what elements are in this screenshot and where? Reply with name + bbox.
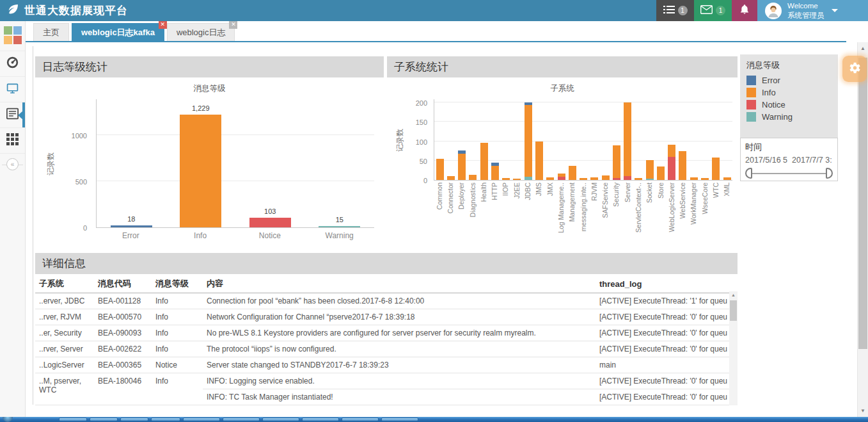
stacked-bar[interactable] [679,151,686,180]
stacked-bar[interactable] [458,150,466,180]
start-button[interactable] [3,417,13,422]
tab-home[interactable]: 主页 [33,23,69,41]
table-scrollbar-thumb[interactable] [730,300,737,321]
app-title: 世通大数据展现平台 [24,3,128,18]
stacked-bar[interactable] [502,178,510,180]
bar-error[interactable] [111,225,152,227]
stacked-bar[interactable] [480,143,488,180]
x-category-label: Connector [446,183,454,213]
stacked-bar[interactable] [590,177,598,180]
legend-item-notice[interactable]: Notice [746,100,832,110]
tab-weblogic-kafka[interactable]: weblogic日志kafka ✕ [72,23,164,41]
user-menu[interactable]: Welcome 系统管理员 [757,0,851,21]
taskbar-window-button[interactable] [90,418,118,421]
stacked-bar[interactable] [712,158,720,180]
table-scrollbar[interactable]: ▲ [729,291,738,405]
taskbar-window-button[interactable] [302,418,339,421]
bar-info[interactable] [180,115,221,227]
bar-warning[interactable] [319,226,360,228]
taskbar-window-button[interactable] [342,418,379,421]
table-row[interactable]: ..LogicServerBEA-000365NoticeServer stat… [35,357,729,373]
stacked-bar[interactable] [690,177,698,180]
close-icon[interactable]: ✕ [229,20,237,29]
settings-button[interactable] [842,56,867,82]
table-row[interactable]: ..erver, JDBCBEA-001128InfoConnection fo… [35,293,729,309]
stacked-bar[interactable] [580,178,587,180]
stacked-bar[interactable] [535,142,543,180]
task-list-button[interactable]: 1 [656,0,694,21]
stacked-bar[interactable] [701,178,709,180]
stacked-bar[interactable] [624,102,631,180]
taskbar-window-button[interactable] [59,418,87,421]
scroll-up-icon[interactable]: ▲ [729,291,738,299]
x-category-label: Health [480,183,487,202]
sidebar-item-reports[interactable] [0,102,25,127]
stacked-bar[interactable] [525,102,532,180]
close-icon[interactable]: ✕ [159,20,167,29]
logo-square-orange [4,36,12,44]
stacked-bar[interactable] [569,166,576,180]
table-header-cell[interactable]: thread_log [596,274,729,293]
x-category-label: WebService [679,183,686,218]
table-cell: [ACTIVE] ExecuteThread: '0' for queu [596,373,729,389]
logo-grid-icon[interactable] [4,26,22,44]
legend-item-warning[interactable]: Warning [746,112,832,122]
table-cell: [ACTIVE] ExecuteThread: '0' for queu [596,389,729,405]
table-row[interactable]: ..M, pserver, WTCBEA-180046InfoINFO: Log… [35,373,729,389]
table-header-cell[interactable]: 内容 [203,274,596,293]
welcome-label: Welcome [787,2,818,10]
notifications-button[interactable] [732,0,757,21]
table-row[interactable]: ..er, SecurityBEA-090093InfoNo pre-WLS 8… [35,325,729,341]
taskbar-window-button[interactable] [151,418,180,421]
table-cell: ..M, pserver, WTC [35,373,94,405]
stacked-bar[interactable] [447,176,455,180]
table-header-cell[interactable]: 消息等级 [152,274,203,293]
taskbar-window-button[interactable] [183,418,220,421]
panel-title: 详细信息 [35,253,738,274]
sidebar-collapse-button[interactable]: « [0,153,25,175]
taskbar-window-button[interactable] [223,418,260,421]
stacked-bar[interactable] [491,163,499,180]
stacked-bar[interactable] [646,160,654,180]
stacked-bar[interactable] [635,178,642,180]
legend-item-error[interactable]: Error [746,76,832,85]
stacked-bar[interactable] [602,175,610,180]
slider-handle-end[interactable] [826,168,833,179]
table-row[interactable]: ..rver, ServerBEA-002622InfoThe protocol… [35,341,729,357]
table-row[interactable]: ..rver, RJVMBEA-000570InfoNetwork Config… [35,309,729,325]
sidebar-item-apps[interactable] [0,127,25,153]
stacked-bar[interactable] [469,175,477,180]
scroll-down-icon[interactable]: ▼ [858,406,868,416]
legend-item-info[interactable]: Info [746,88,832,97]
slider-handle-start[interactable] [745,168,752,179]
mail-button[interactable]: 1 [694,0,732,21]
table-cell: [ACTIVE] ExecuteThread: '0' for queu [596,309,729,325]
stacked-bar[interactable] [558,174,565,180]
taskbar-window-button[interactable] [262,418,299,421]
stacked-bar[interactable] [546,177,554,180]
windows-taskbar[interactable] [0,417,868,422]
stacked-bar[interactable] [436,159,444,180]
table-header-cell[interactable]: 子系统 [35,274,94,293]
stacked-bar[interactable] [613,145,620,180]
taskbar-window-button[interactable] [381,418,418,421]
x-category-label: IIOP [501,183,509,196]
taskbar-window-button[interactable] [120,418,148,421]
scroll-up-icon[interactable]: ▲ [858,44,868,53]
tab-weblogic[interactable]: weblogic日志 ✕ [167,23,235,41]
stacked-bar[interactable] [723,177,731,180]
table-header-cell[interactable]: 消息代码 [94,274,152,293]
bar-notice[interactable] [249,218,291,227]
stacked-bar[interactable] [668,145,675,180]
sidebar-item-screens[interactable] [0,76,25,102]
legend-title: 消息等级 [746,60,832,71]
stacked-bar[interactable] [657,166,665,180]
sidebar-item-dashboard[interactable] [0,51,25,76]
page-scrollbar[interactable]: ▲ ▼ [857,42,868,417]
stacked-bar[interactable] [513,179,521,180]
bar-value-label: 15 [305,216,375,223]
chevron-down-icon[interactable] [832,9,838,12]
gauge-icon [6,56,19,72]
page-scrollbar-thumb[interactable] [858,58,867,349]
table-cell: ..er, Security [35,325,94,341]
